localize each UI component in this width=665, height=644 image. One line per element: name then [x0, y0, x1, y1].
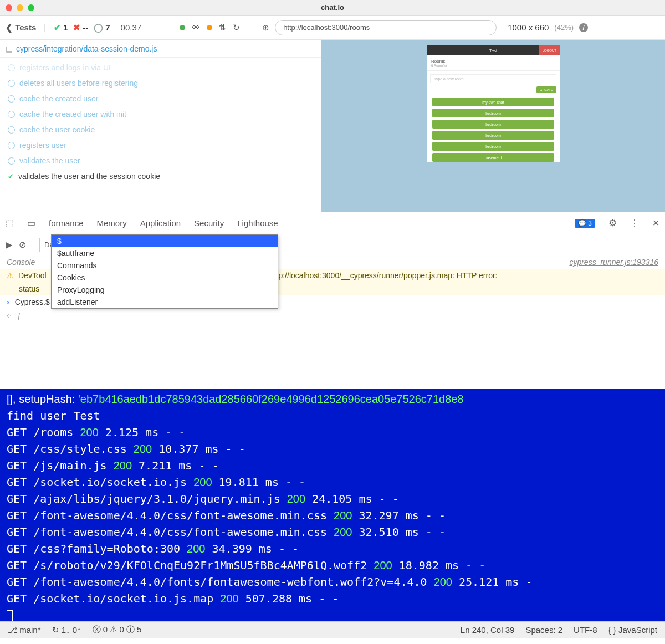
tab-performance[interactable]: formance: [49, 218, 84, 228]
problems[interactable]: ⓧ 0 ⚠ 0 ⓘ 5: [93, 625, 142, 635]
sort-icon[interactable]: ⇅: [219, 23, 226, 33]
room-button[interactable]: basement: [432, 153, 554, 162]
warning-icon: ⚠: [7, 271, 14, 280]
mac-titlebar: chat.io: [0, 0, 665, 16]
test-item[interactable]: cache the created user: [0, 91, 321, 106]
failed-count: ✖--: [73, 23, 88, 33]
autocomplete-item[interactable]: addListener: [52, 296, 278, 308]
close-devtools-icon[interactable]: ✕: [652, 218, 659, 228]
room-button[interactable]: my own chat: [432, 98, 554, 106]
devtools-tabs: ⬚ ▭ formance Memory Application Security…: [0, 212, 665, 234]
autocomplete-item[interactable]: $autIframe: [52, 247, 278, 259]
test-item[interactable]: registers user: [0, 137, 321, 153]
create-room-button[interactable]: CREATE: [536, 86, 556, 93]
autocomplete-item[interactable]: Cookies: [52, 272, 278, 284]
spec-file-row[interactable]: ▤ cypress/integration/data-session-demo.…: [0, 40, 321, 58]
aut-url-input[interactable]: [275, 20, 497, 35]
tab-security[interactable]: Security: [194, 218, 224, 228]
tab-lighthouse[interactable]: Lighthouse: [237, 218, 278, 228]
back-tests-button[interactable]: ❮ Tests: [6, 23, 36, 33]
window-title: chat.io: [321, 3, 344, 12]
settings-icon[interactable]: ⚙: [608, 217, 617, 229]
test-item[interactable]: registers and logs in via UI: [0, 60, 321, 75]
reload-icon[interactable]: ↻: [233, 23, 240, 33]
file-icon: ▤: [6, 44, 13, 53]
test-item[interactable]: validates the user: [0, 153, 321, 168]
messages-badge[interactable]: 💬 3: [575, 219, 595, 228]
room-button[interactable]: bedroom: [432, 131, 554, 140]
status-bar: ⎇ main* ↻ 1↓ 0↑ ⓧ 0 ⚠ 0 ⓘ 5 Ln 240, Col …: [0, 621, 665, 638]
device-toggle-icon[interactable]: ▭: [27, 218, 35, 228]
status-dot-green: [180, 25, 185, 30]
viewport-dimensions: 1000 x 660: [508, 23, 549, 32]
source-link[interactable]: cypress_runner.js:193316: [569, 258, 658, 267]
git-branch[interactable]: ⎇ main*: [8, 625, 41, 635]
eye-icon[interactable]: 👁: [192, 23, 200, 32]
terminal[interactable]: [], setupHash: 'eb7b416aedb1dc785943dad2…: [0, 389, 665, 621]
tab-application[interactable]: Application: [140, 218, 181, 228]
spec-file-path: cypress/integration/data-session-demo.js: [16, 44, 157, 53]
clear-console-icon[interactable]: ⊘: [19, 239, 26, 250]
cursor-position[interactable]: Ln 240, Col 39: [461, 625, 515, 635]
git-sync[interactable]: ↻ 1↓ 0↑: [52, 625, 81, 635]
zoom-window-button[interactable]: [28, 4, 34, 11]
console-hdr: Console: [7, 258, 35, 267]
indentation[interactable]: Spaces: 2: [525, 625, 562, 635]
test-item[interactable]: cache the user cookie: [0, 122, 321, 137]
logout-button[interactable]: LOGOUT: [539, 45, 560, 55]
cypress-header: ❮ Tests | ✔1 ✖-- ◯7 00.37 👁 ⇅ ↻ ⊕ 1000 x…: [0, 16, 665, 40]
tests-list: registers and logs in via UI deletes all…: [0, 58, 321, 212]
autocomplete-item[interactable]: $: [52, 235, 278, 247]
status-dot-orange: [207, 25, 212, 30]
inspect-icon[interactable]: ⬚: [6, 218, 14, 228]
test-item-passed[interactable]: ✔validates the user and the session cook…: [0, 168, 321, 184]
pending-count: ◯7: [94, 23, 110, 33]
close-window-button[interactable]: [6, 4, 12, 11]
room-button[interactable]: bedroom: [432, 120, 554, 129]
room-button[interactable]: bedroom: [432, 109, 554, 117]
minimize-window-button[interactable]: [17, 4, 23, 11]
command-log-panel: ▤ cypress/integration/data-session-demo.…: [0, 40, 321, 212]
room-list: my own chat bedroom bedroom bedroom bedr…: [427, 98, 560, 162]
kebab-icon[interactable]: ⋮: [630, 218, 639, 228]
traffic-lights: [6, 4, 34, 11]
app-header: Test LOGOUT: [427, 45, 560, 55]
aut-panel: Test LOGOUT Rooms 6 Room(s) Type a new r…: [321, 40, 665, 212]
rooms-header: Rooms 6 Room(s): [427, 55, 560, 71]
room-button[interactable]: bedroom: [432, 142, 554, 151]
test-item[interactable]: cache the created user with init: [0, 106, 321, 122]
new-room-input[interactable]: Type a new room: [430, 74, 556, 83]
autocomplete-item[interactable]: Commands: [52, 259, 278, 272]
viewport-scale: (42%): [554, 23, 574, 32]
info-icon[interactable]: i: [579, 23, 588, 32]
indicator-group: 👁 ⇅ ↻: [180, 23, 240, 33]
test-item[interactable]: deletes all users before registering: [0, 75, 321, 91]
language-mode[interactable]: { } JavaScript: [608, 625, 657, 635]
app-preview[interactable]: Test LOGOUT Rooms 6 Room(s) Type a new r…: [427, 45, 560, 162]
sourcemap-url[interactable]: http://localhost:3000/__cypress/runner/p…: [270, 271, 452, 280]
play-icon[interactable]: ▶: [6, 239, 12, 250]
encoding[interactable]: UTF-8: [574, 625, 597, 635]
passed-count: ✔1: [54, 23, 68, 33]
selector-playground-icon[interactable]: ⊕: [262, 23, 269, 33]
back-tests-label: Tests: [15, 23, 36, 32]
autocomplete-popup: $ $autIframe Commands Cookies ProxyLoggi…: [51, 234, 278, 309]
console-return: ‹·ƒ: [0, 309, 665, 322]
elapsed-time: 00.37: [116, 16, 147, 39]
tab-memory[interactable]: Memory: [97, 218, 127, 228]
autocomplete-item[interactable]: ProxyLogging: [52, 284, 278, 296]
